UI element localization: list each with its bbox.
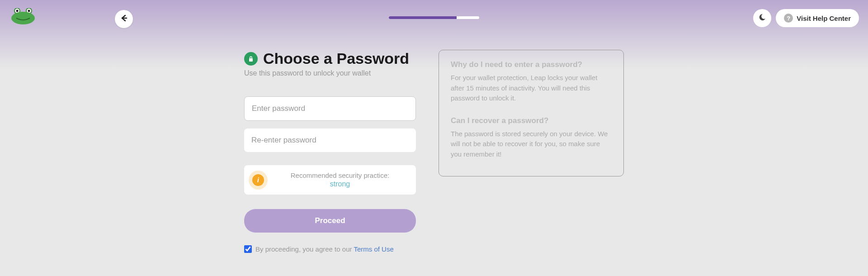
svg-point-4 <box>11 12 35 24</box>
page-title: Choose a Password <box>263 50 409 67</box>
security-label: Recommended security practice: <box>272 171 408 179</box>
terms-prefix: By proceeding, you agree to our <box>255 245 354 253</box>
svg-rect-6 <box>249 58 253 62</box>
password-input[interactable] <box>244 96 416 121</box>
frog-logo <box>10 8 36 24</box>
svg-point-3 <box>28 10 30 12</box>
progress-fill <box>389 16 457 19</box>
header: ? Visit Help Center <box>0 0 868 18</box>
form-panel: Choose a Password Use this password to u… <box>244 50 416 253</box>
header-right: ? Visit Help Center <box>753 9 859 27</box>
help-center-label: Visit Help Center <box>797 14 851 22</box>
faq-q2-title: Can I recover a password? <box>451 116 612 125</box>
main-content: Choose a Password Use this password to u… <box>0 18 868 253</box>
security-strength: strong <box>272 180 408 188</box>
moon-icon <box>758 13 766 23</box>
lock-icon <box>244 52 258 66</box>
terms-text: By proceeding, you agree to our Terms of… <box>255 245 394 253</box>
progress-bar <box>389 16 479 19</box>
info-icon: i <box>252 174 264 186</box>
terms-row: By proceeding, you agree to our Terms of… <box>244 245 416 253</box>
faq-panel: Why do I need to enter a password? For y… <box>439 50 624 176</box>
confirm-password-input[interactable] <box>244 128 416 152</box>
security-text: Recommended security practice: strong <box>272 171 408 188</box>
page-subtitle: Use this password to unlock your wallet <box>244 69 416 77</box>
terms-link[interactable]: Terms of Use <box>354 245 393 253</box>
proceed-button[interactable]: Proceed <box>244 209 416 233</box>
faq-q2-body: The password is stored securely on your … <box>451 129 612 160</box>
theme-toggle-button[interactable] <box>753 9 771 27</box>
svg-point-1 <box>16 10 19 12</box>
arrow-left-icon <box>119 14 128 24</box>
help-center-button[interactable]: ? Visit Help Center <box>776 9 859 27</box>
title-row: Choose a Password <box>244 50 416 67</box>
back-button[interactable] <box>115 10 133 28</box>
terms-checkbox[interactable] <box>244 245 252 253</box>
faq-q1-title: Why do I need to enter a password? <box>451 60 612 69</box>
security-hint-box: i Recommended security practice: strong <box>244 165 416 195</box>
question-icon: ? <box>784 14 793 23</box>
faq-q1-body: For your wallet protection, Leap locks y… <box>451 73 612 104</box>
